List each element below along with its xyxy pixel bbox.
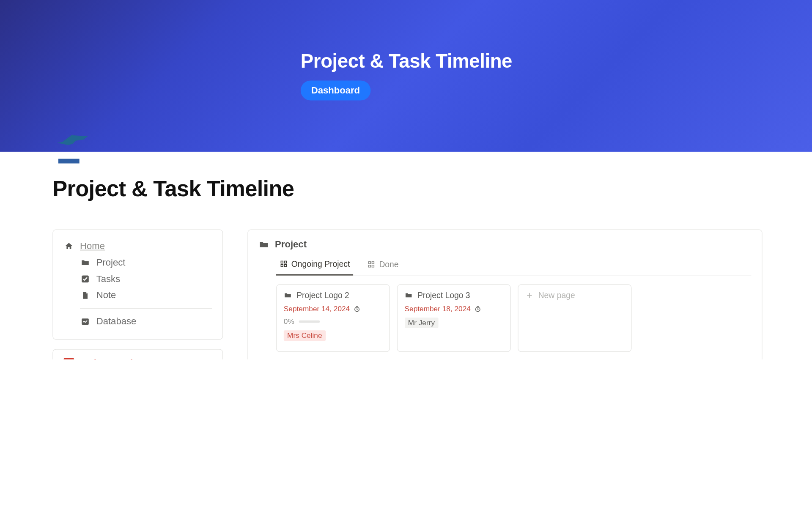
project-card-date: September 14, 2024 [284,305,350,313]
tab-done[interactable]: Done [364,259,402,276]
svg-rect-1 [82,318,89,325]
project-tabs: Ongoing Project Done [276,259,752,276]
new-page-label: New page [538,290,575,300]
folder-icon [284,291,292,299]
page-title: Project & Task Timeline [52,176,812,201]
svg-rect-19 [372,265,374,267]
sidebar-item-home[interactable]: Home [63,238,212,255]
folder-icon [405,291,413,299]
chart-icon [80,316,91,327]
plus-icon [525,291,533,299]
svg-rect-13 [284,261,286,263]
hero-accent-stripe [58,159,80,163]
svg-rect-18 [369,265,371,267]
project-panel-heading: Project [258,239,751,250]
project-card-progress: 0% [284,318,294,326]
todays-task-heading: Today's task! [63,358,212,359]
folder-icon [258,239,269,250]
sidebar-nav-card: Home Project Tasks Note Database [52,229,223,340]
sidebar-item-database[interactable]: Database [63,313,212,330]
project-panel-label: Project [275,239,307,250]
tab-ongoing-project[interactable]: Ongoing Project [276,259,354,276]
project-card-date: September 18, 2024 [405,305,471,313]
gallery-icon [280,260,288,268]
svg-rect-15 [284,265,286,267]
sidebar-item-label: Database [96,316,137,327]
progress-bar [299,321,320,323]
checkbox-icon [63,358,74,359]
hero-banner: Project & Task Timeline Dashboard [0,0,812,152]
checkbox-icon [80,274,91,284]
project-panel: Project Ongoing Project Done Project Log [247,229,762,359]
sidebar-item-label: Home [80,241,105,252]
airplane-icon [55,132,92,149]
gallery-icon [368,260,376,269]
todays-task-label: Today's task! [80,358,139,359]
page-icon [80,290,91,301]
tab-label: Ongoing Project [291,259,350,269]
svg-rect-12 [281,261,283,263]
hero-badge[interactable]: Dashboard [301,80,370,100]
project-card-title: Project Logo 2 [296,290,349,300]
new-page-card[interactable]: New page [518,284,631,352]
sidebar-item-label: Project [96,258,126,268]
sidebar-item-label: Tasks [96,274,120,284]
sidebar-item-tasks[interactable]: Tasks [63,271,212,287]
project-card-title: Project Logo 3 [417,290,470,300]
sidebar-item-note[interactable]: Note [63,287,212,304]
sidebar-item-project[interactable]: Project [63,255,212,271]
project-card[interactable]: Project Logo 3 September 18, 2024 Mr Jer… [397,284,511,352]
hero-title: Project & Task Timeline [301,50,812,72]
project-card[interactable]: Project Logo 2 September 14, 2024 0% Mrs… [276,284,390,352]
project-card-person: Mrs Celine [284,330,326,341]
sidebar-item-label: Note [96,290,116,301]
svg-rect-14 [281,265,283,267]
project-card-person: Mr Jerry [405,318,439,328]
svg-rect-17 [372,262,374,264]
todays-task-card: Today's task! Tasks Presentation Logo 2 … [52,349,223,359]
home-icon [63,241,74,252]
svg-rect-16 [369,262,371,264]
clock-icon [474,305,482,312]
folder-icon [80,258,91,268]
clock-icon [353,305,361,312]
tab-label: Done [379,260,398,269]
divider [80,308,212,309]
